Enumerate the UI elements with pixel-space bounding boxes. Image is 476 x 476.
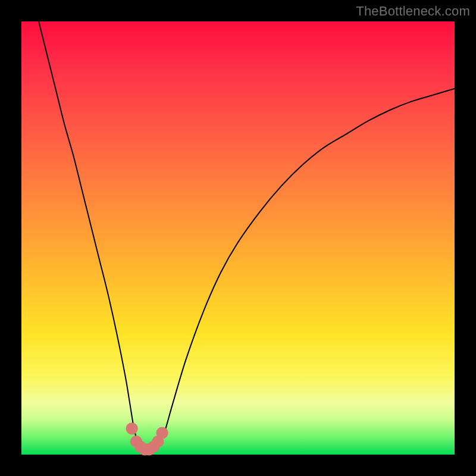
plot-area bbox=[21, 21, 455, 455]
watermark-text: TheBottleneck.com bbox=[356, 4, 470, 19]
marker-dot bbox=[156, 427, 168, 439]
chart-container: TheBottleneck.com bbox=[0, 0, 476, 476]
marker-group bbox=[126, 422, 168, 455]
curve-svg bbox=[21, 21, 455, 455]
marker-dot bbox=[126, 422, 137, 434]
bottleneck-curve bbox=[39, 21, 455, 450]
